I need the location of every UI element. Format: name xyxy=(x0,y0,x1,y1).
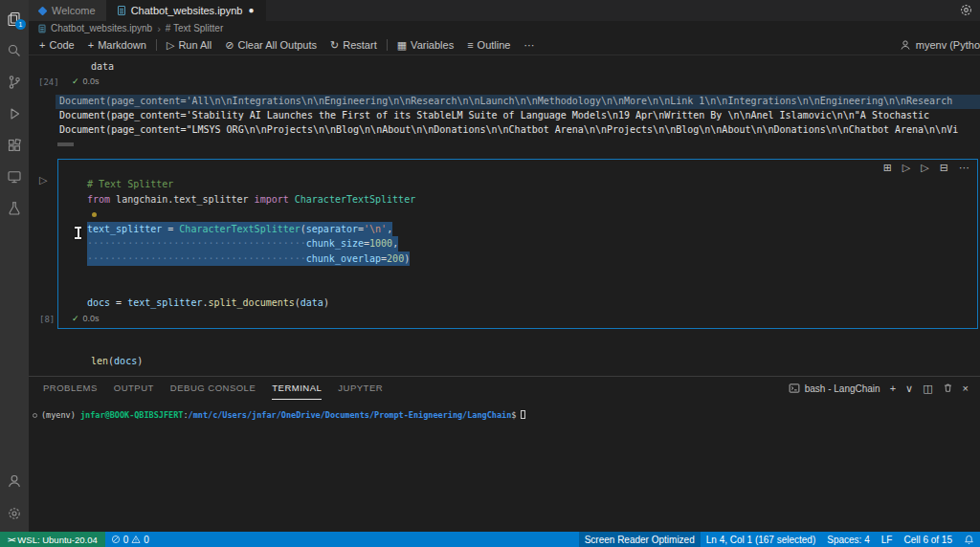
outline-button[interactable]: ≡ Outline xyxy=(460,35,517,55)
extensions-icon[interactable] xyxy=(0,129,29,161)
breadcrumb-file-icon xyxy=(39,24,46,33)
welcome-tab-icon xyxy=(38,6,48,15)
more-actions-button[interactable]: ⋯ xyxy=(517,35,541,55)
activity-bar-bottom xyxy=(0,468,29,527)
more-cell-actions-icon[interactable]: ⋯ xyxy=(959,162,969,174)
terminal-cursor xyxy=(521,410,525,419)
warnings-icon xyxy=(131,535,141,544)
remote-icon: >< xyxy=(8,536,14,544)
new-terminal-icon[interactable]: + xyxy=(890,383,896,394)
status-bar-right: Screen Reader Optimized Ln 4, Col 1 (167… xyxy=(579,532,980,547)
add-code-cell-button[interactable]: + Code xyxy=(33,35,81,55)
clear-all-label: Clear All Outputs xyxy=(237,39,317,51)
indentation-label: Spaces: 4 xyxy=(827,535,869,545)
tab-notebook-label: Chatbot_websites.ipynb xyxy=(131,5,243,16)
output-line: Document(page_content="LMSYS ORG\n\nProj… xyxy=(59,124,958,135)
restart-label: Restart xyxy=(343,39,376,51)
explorer-icon[interactable]: 1 xyxy=(0,3,29,34)
problems-status[interactable]: 0 0 xyxy=(105,532,155,547)
modified-dot-icon: ● xyxy=(248,6,254,15)
activity-bar: 1 xyxy=(0,0,29,532)
variables-icon: ▦ xyxy=(397,39,407,52)
breadcrumb-section[interactable]: # Text Splitter xyxy=(166,23,223,33)
execution-status: ✓ 0.0s xyxy=(72,77,100,86)
eol-status[interactable]: LF xyxy=(876,532,899,547)
output-horizontal-scrollbar[interactable] xyxy=(57,142,74,146)
code-cell-selected[interactable]: ⊞ ▷ ▷ ⊟ ⋯ # Text Splitter from langchain… xyxy=(57,159,978,329)
breadcrumb-separator-icon: › xyxy=(157,23,161,34)
plus-icon: + xyxy=(39,39,45,51)
tab-chatbot-notebook[interactable]: Chatbot_websites.ipynb ● xyxy=(107,0,266,21)
remote-explorer-icon[interactable] xyxy=(0,161,29,192)
user-host: jnfar@BOOK-QBIBSJFERT xyxy=(80,410,183,420)
restart-kernel-button[interactable]: ↻ Restart xyxy=(323,35,384,55)
notifications-bell[interactable] xyxy=(958,532,980,547)
restart-icon: ↻ xyxy=(330,39,339,52)
run-above-icon[interactable]: ▷ xyxy=(902,162,910,174)
errors-icon xyxy=(111,535,121,544)
vscode-window: 1 xyxy=(0,0,980,547)
search-icon[interactable] xyxy=(0,34,29,66)
bottom-panel: PROBLEMS OUTPUT DEBUG CONSOLE TERMINAL J… xyxy=(29,376,980,532)
terminal-picker-label: bash - LangChain xyxy=(805,383,880,394)
terminal-picker[interactable]: bash - LangChain xyxy=(789,383,880,394)
account-icon[interactable] xyxy=(0,468,29,494)
panel-actions: bash - LangChain + ∨ ◫ × xyxy=(789,377,980,400)
cell-position-status[interactable]: Cell 6 of 15 xyxy=(898,532,958,547)
tab-terminal[interactable]: TERMINAL xyxy=(272,377,322,400)
add-markdown-cell-button[interactable]: + Markdown xyxy=(81,35,153,55)
testing-icon[interactable] xyxy=(0,192,29,224)
outline-icon: ≡ xyxy=(467,39,473,51)
code-line: from langchain.text_splitter import Char… xyxy=(87,192,415,208)
prompt-symbol: $ xyxy=(511,410,516,420)
kernel-picker[interactable]: myenv (Pytho xyxy=(900,39,980,51)
cell-code-area[interactable]: # Text Splitter from langchain.text_spli… xyxy=(87,177,415,311)
run-all-button[interactable]: ▷ Run All xyxy=(160,35,218,55)
terminal-icon xyxy=(789,383,800,394)
indentation-status[interactable]: Spaces: 4 xyxy=(821,532,875,547)
split-terminal-icon[interactable]: ◫ xyxy=(923,383,932,395)
code-action-dot-icon[interactable] xyxy=(92,212,97,217)
notebook-editor: data [24] ✓ 0.0s Document(page_content='… xyxy=(29,55,980,376)
variables-label: Variables xyxy=(411,39,454,51)
explorer-badge: 1 xyxy=(15,19,26,30)
split-cell-icon[interactable]: ⊞ xyxy=(883,162,892,174)
run-debug-icon[interactable] xyxy=(0,98,29,129)
more-actions-icon: ⋯ xyxy=(523,39,534,52)
bell-icon xyxy=(964,535,974,545)
venv-prefix: (myenv) xyxy=(41,410,80,420)
screen-reader-status[interactable]: Screen Reader Optimized xyxy=(579,532,701,547)
source-control-icon[interactable] xyxy=(0,66,29,98)
settings-gear-icon[interactable] xyxy=(0,500,29,527)
data-cell-code[interactable]: data xyxy=(91,59,114,75)
tab-output[interactable]: OUTPUT xyxy=(114,377,154,400)
tab-welcome-label: Welcome xyxy=(52,5,96,16)
code-line: docs = text_splitter.split_documents(dat… xyxy=(87,295,329,311)
output-line: Document(page_content='Stability AI Laun… xyxy=(59,110,929,120)
breadcrumb-file[interactable]: Chatbot_websites.ipynb xyxy=(51,23,152,33)
terminal-dropdown-icon[interactable]: ∨ xyxy=(905,383,913,395)
tab-welcome[interactable]: Welcome xyxy=(29,0,107,21)
execution-time: 0.0s xyxy=(83,314,100,323)
run-cell-button[interactable]: ▷ xyxy=(39,174,47,186)
close-panel-icon[interactable]: × xyxy=(963,383,969,394)
kill-terminal-icon[interactable] xyxy=(943,383,953,395)
len-cell-code[interactable]: len(docs) xyxy=(91,354,143,369)
outline-label: Outline xyxy=(478,39,511,51)
tab-jupyter[interactable]: JUPYTER xyxy=(338,377,383,400)
remote-indicator[interactable]: >< WSL: Ubuntu-20.04 xyxy=(0,532,105,547)
run-below-icon[interactable]: ▷ xyxy=(921,162,928,174)
variables-button[interactable]: ▦ Variables xyxy=(390,35,460,55)
errors-count: 0 xyxy=(123,535,129,545)
cursor-position-label: Ln 4, Col 1 (167 selected) xyxy=(706,535,816,545)
terminal-content[interactable]: (myenv) jnfar@BOOK-QBIBSJFERT:/mnt/c/Use… xyxy=(29,400,980,421)
clear-all-outputs-button[interactable]: ⊘ Clear All Outputs xyxy=(218,35,323,55)
delete-cell-icon[interactable]: ⊟ xyxy=(940,162,948,174)
run-all-label: Run All xyxy=(178,39,212,51)
tab-debug-console[interactable]: DEBUG CONSOLE xyxy=(170,377,256,400)
tab-problems[interactable]: PROBLEMS xyxy=(43,377,98,400)
success-check-icon: ✓ xyxy=(72,77,79,86)
breadcrumb: Chatbot_websites.ipynb › # Text Splitter xyxy=(29,21,980,35)
cursor-position-status[interactable]: Ln 4, Col 1 (167 selected) xyxy=(701,532,822,547)
titlebar-settings-icon[interactable] xyxy=(959,3,973,21)
